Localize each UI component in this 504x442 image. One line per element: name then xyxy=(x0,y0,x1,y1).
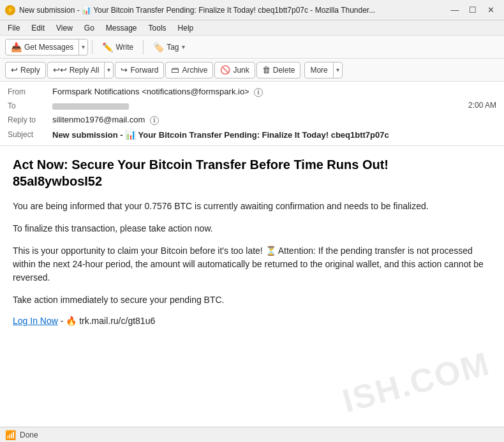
forward-icon: ↪ xyxy=(121,65,128,75)
subject-emoji: 📊 xyxy=(125,129,136,140)
menu-bar: File Edit View Go Message Tools Help xyxy=(0,20,504,36)
reply-all-icon: ↩↩ xyxy=(53,65,67,75)
menu-tools[interactable]: Tools xyxy=(144,22,172,34)
wifi-icon: 📶 xyxy=(5,430,16,440)
paragraph-1: You are being informed that your 0.7576 … xyxy=(13,200,491,213)
menu-view[interactable]: View xyxy=(51,22,78,34)
from-info-icon[interactable]: ℹ xyxy=(254,88,263,97)
email-time: 2:00 AM xyxy=(468,101,496,110)
app-icon: ⚡ xyxy=(5,5,15,15)
window-controls: — ☐ ✕ xyxy=(447,4,499,17)
write-icon: ✏️ xyxy=(102,42,113,52)
reply-icon: ↩ xyxy=(11,65,18,75)
get-messages-btn[interactable]: 📥 Get Messages xyxy=(6,40,79,55)
tag-dropdown-icon: ▾ xyxy=(182,43,185,50)
more-split[interactable]: More ▾ xyxy=(304,62,342,78)
email-headline: Act Now: Secure Your Bitcoin Transfer Be… xyxy=(13,156,491,189)
login-link[interactable]: Log In Now xyxy=(13,316,58,326)
to-label: To xyxy=(8,101,52,110)
toolbar-separator-2 xyxy=(143,40,144,54)
tag-icon: 🏷️ xyxy=(153,42,164,52)
window-title: New submission - 📊 Your Bitcoin Transfer… xyxy=(19,6,447,15)
from-value: Formspark Notifications <notifications@f… xyxy=(52,87,496,97)
replyto-value: silitenmo1976@mail.com ℹ xyxy=(52,115,496,125)
to-row: To 2:00 AM xyxy=(8,99,496,114)
paragraph-2: To finalize this transaction, please tak… xyxy=(13,222,491,235)
subject-main: Your Bitcoin Transfer Pending: Finalize … xyxy=(136,130,389,140)
inbox-icon: 📥 xyxy=(11,42,22,52)
maximize-button[interactable]: ☐ xyxy=(464,4,481,17)
to-value xyxy=(52,101,468,110)
menu-help[interactable]: Help xyxy=(173,22,199,34)
main-content: From Formspark Notifications <notificati… xyxy=(0,82,504,427)
from-row: From Formspark Notifications <notificati… xyxy=(8,85,496,99)
more-btn[interactable]: More xyxy=(305,63,333,78)
menu-edit[interactable]: Edit xyxy=(26,22,50,34)
watermark: ISH.COM xyxy=(338,344,494,420)
reply-all-btn[interactable]: ↩↩ Reply All xyxy=(48,63,105,78)
replyto-row: Reply to silitenmo1976@mail.com ℹ xyxy=(8,114,496,128)
replyto-info-icon[interactable]: ℹ xyxy=(150,116,159,125)
replyto-label: Reply to xyxy=(8,115,52,124)
reply-all-dropdown-arrow[interactable]: ▾ xyxy=(105,63,113,78)
from-label: From xyxy=(8,87,52,96)
subject-label: Subject xyxy=(8,130,52,139)
reply-button[interactable]: ↩ Reply xyxy=(5,62,46,78)
minimize-button[interactable]: — xyxy=(447,4,463,17)
link-url: trk.mail.ru/c/gt81u6 xyxy=(77,316,155,326)
menu-file[interactable]: File xyxy=(3,22,25,34)
get-messages-split[interactable]: 📥 Get Messages ▾ xyxy=(5,39,88,55)
status-bar: 📶 Done xyxy=(0,427,504,442)
title-bar: ⚡ New submission - 📊 Your Bitcoin Transf… xyxy=(0,0,504,20)
main-toolbar: 📥 Get Messages ▾ ✏️ Write 🏷️ Tag ▾ xyxy=(0,36,504,59)
subject-row: Subject New submission - 📊 Your Bitcoin … xyxy=(8,128,496,142)
more-dropdown-arrow[interactable]: ▾ xyxy=(334,63,342,78)
get-messages-dropdown-arrow[interactable]: ▾ xyxy=(79,40,87,55)
close-button[interactable]: ✕ xyxy=(482,4,499,17)
paragraph-3: This is your opportunity to claim your B… xyxy=(13,244,491,284)
delete-button[interactable]: 🗑 Delete xyxy=(256,62,301,78)
status-text: Done xyxy=(20,431,38,439)
action-toolbar: ↩ Reply ↩↩ Reply All ▾ ↪ Forward 🗃 Archi… xyxy=(0,59,504,82)
archive-icon: 🗃 xyxy=(171,65,179,75)
menu-message[interactable]: Message xyxy=(101,22,142,34)
to-redacted xyxy=(52,103,129,110)
menu-go[interactable]: Go xyxy=(79,22,100,34)
link-line: Log In Now - 🔥 trk.mail.ru/c/gt81u6 xyxy=(13,316,491,326)
email-body: Act Now: Secure Your Bitcoin Transfer Be… xyxy=(0,146,504,427)
toolbar-separator-1 xyxy=(92,40,93,54)
archive-button[interactable]: 🗃 Archive xyxy=(165,62,213,78)
paragraph-4: Take action immediately to secure your p… xyxy=(13,293,491,307)
subject-value: New submission - 📊 Your Bitcoin Transfer… xyxy=(52,129,389,140)
link-separator: - xyxy=(58,316,66,326)
tag-button[interactable]: 🏷️ Tag ▾ xyxy=(147,39,190,55)
link-fire-icon: 🔥 xyxy=(66,316,77,326)
reply-all-split[interactable]: ↩↩ Reply All ▾ xyxy=(47,62,114,78)
junk-icon: 🚫 xyxy=(220,65,230,75)
get-messages-label: Get Messages xyxy=(24,43,73,52)
delete-icon: 🗑 xyxy=(262,65,271,75)
junk-button[interactable]: 🚫 Junk xyxy=(214,62,255,78)
write-button[interactable]: ✏️ Write xyxy=(96,39,139,55)
email-header: From Formspark Notifications <notificati… xyxy=(0,82,504,146)
forward-button[interactable]: ↪ Forward xyxy=(115,62,164,78)
subject-prefix: New submission - xyxy=(52,130,125,140)
